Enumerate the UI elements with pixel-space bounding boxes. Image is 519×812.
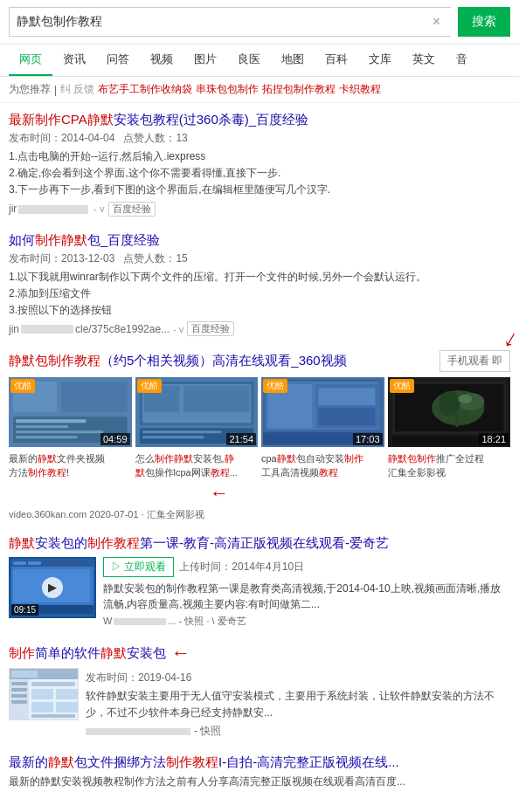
video-thumb-4[interactable]: 优酷 18:21 — [388, 377, 511, 447]
result-item-software: 制作简单的软件静默安装包 ← — [9, 642, 510, 739]
video-title-bar: 静默包制作教程（约5个相关视频）高清在线观看_360视频 手机观看 即 — [9, 350, 510, 372]
svg-rect-22 — [318, 408, 375, 425]
source-url-1: jir — [9, 203, 90, 215]
result-source-2: jincle/375c8e1992ae... - v 百度经验 — [9, 321, 510, 336]
svg-rect-47 — [11, 682, 27, 685]
software-source: - 快照 — [86, 724, 510, 739]
source-badge-1: 百度经验 — [108, 202, 156, 217]
video-thumb-2[interactable]: 优酷 21:54 — [135, 377, 259, 447]
svg-rect-38 — [28, 561, 41, 565]
video-thumb-3[interactable]: 优酷 17:03 — [261, 377, 384, 447]
result-item-last: 最新的静默包文件捆绑方法制作教程I-自拍-高清完整正版视频在线... 最新的静默… — [9, 753, 510, 790]
svg-rect-48 — [11, 688, 27, 692]
tab-image[interactable]: 图片 — [183, 45, 227, 76]
svg-rect-45 — [10, 679, 29, 720]
recommend-link-3[interactable]: 拓捏包制作教程 — [262, 82, 336, 97]
tab-baike[interactable]: 百科 — [315, 45, 358, 76]
svg-rect-14 — [142, 430, 221, 433]
recommend-link-2[interactable]: 串珠包包制作 — [196, 82, 259, 97]
video-duration-2: 21:54 — [226, 433, 256, 445]
svg-rect-21 — [318, 388, 375, 405]
upload-time: 上传时间：2014年4月10日 — [179, 560, 304, 575]
svg-rect-51 — [31, 682, 75, 686]
svg-rect-15 — [142, 436, 204, 438]
result-title-last[interactable]: 最新的静默包文件捆绑方法制作教程I-自拍-高清完整正版视频在线... — [9, 754, 399, 769]
video-thumb-1[interactable]: 优酷 04:59 — [9, 377, 132, 447]
result-desc-2: 1.以下我就用winrar制作以下两个文件的压缩。打开一个文件的时候,另外一个会… — [9, 269, 510, 320]
result-title-software[interactable]: 制作简单的软件静默安装包 — [9, 643, 166, 662]
result-title-iqiyi[interactable]: 静默安装包的制作教程第一课-教育-高清正版视频在线观看-爱奇艺 — [9, 535, 389, 550]
tab-video[interactable]: 视频 — [140, 45, 183, 76]
iqiyi-source: W... - 快照 · \ 爱奇艺 — [103, 615, 510, 628]
feedback-link[interactable]: 纠 反馈 — [60, 82, 94, 97]
iqiyi-info: ▷ 立即观看 上传时间：2014年4月10日 静默安装包的制作教程第一课是教育类… — [103, 557, 510, 628]
play-icon: ▶ — [42, 577, 63, 598]
video-captions: 最新的静默文件夹视频方法制作教程! 怎么制作静默安装包,静默包操作lcpa网课教… — [9, 452, 510, 479]
tab-english[interactable]: 英文 — [402, 45, 446, 76]
red-arrow-icon-2: ← — [210, 482, 229, 505]
software-content: 发布时间：2019-04-16 软件静默安装主要用于无人值守安装模式，主要用于系… — [9, 668, 510, 739]
video-source-badge-1: 优酷 — [10, 379, 35, 393]
svg-rect-5 — [16, 425, 68, 428]
video-main-title[interactable]: 静默包制作教程（约5个相关视频）高清在线观看_360视频 — [9, 353, 347, 369]
red-arrow-row: ← — [9, 482, 510, 505]
result-item-iqiyi: 静默安装包的制作教程第一课-教育-高清正版视频在线观看-爱奇艺 ▶ — [9, 535, 510, 628]
source-url-2: jincle/375c8e1992ae... — [9, 323, 170, 335]
result-meta-2: 发布时间：2013-12-03 点赞人数：15 — [9, 251, 510, 266]
watch-now-button[interactable]: ▷ 立即观看 — [103, 557, 174, 577]
result-item-2: 如何制作静默包_百度经验 发布时间：2013-12-03 点赞人数：15 1.以… — [9, 231, 510, 337]
svg-rect-4 — [16, 419, 86, 423]
video-source-badge-2: 优酷 — [137, 379, 162, 393]
video-source-bar: video.360kan.com 2020-07-01 · 汇集全网影视 — [9, 508, 510, 521]
video-caption-4[interactable]: 静默包制作推广全过程汇集全影影视 — [388, 452, 511, 479]
video-caption-1[interactable]: 最新的静默文件夹视频方法制作教程! — [9, 452, 132, 479]
video-caption-2[interactable]: 怎么制作静默安装包,静默包操作lcpa网课教程... — [135, 452, 259, 479]
tab-yiyi[interactable]: 良医 — [227, 45, 271, 76]
video-duration-3: 17:03 — [353, 433, 383, 445]
header: 静默包制作教程 × 搜索 — [0, 0, 519, 45]
svg-point-29 — [439, 391, 460, 416]
video-source-badge-3: 优酷 — [263, 379, 287, 393]
tab-news[interactable]: 资讯 — [52, 45, 96, 76]
tab-qa[interactable]: 问答 — [96, 45, 140, 76]
iqiyi-thumb[interactable]: ▶ 09:15 — [9, 557, 96, 618]
svg-rect-6 — [16, 430, 103, 433]
video-source-badge-4: 优酷 — [390, 379, 414, 393]
tab-webpage[interactable]: 网页 — [9, 45, 52, 76]
recommend-label: 为您推荐 — [9, 82, 51, 97]
recommend-link-4[interactable]: 卡织教程 — [339, 82, 381, 97]
search-button[interactable]: 搜索 — [458, 7, 510, 37]
result-title-2[interactable]: 如何制作静默包_百度经验 — [9, 232, 160, 247]
clear-icon[interactable]: × — [429, 14, 444, 30]
svg-rect-56 — [31, 714, 75, 718]
search-input[interactable]: 静默包制作教程 — [17, 15, 429, 29]
search-results: 最新制作CPA静默安装包教程(过360杀毒)_百度经验 发布时间：2014-04… — [0, 103, 519, 804]
svg-rect-44 — [11, 671, 38, 678]
result-title-1[interactable]: 最新制作CPA静默安装包教程(过360杀毒)_百度经验 — [9, 112, 308, 127]
result-desc-1: 1.点击电脑的开始--运行,然后输入.iexpress 2.确定,你会看到这个界… — [9, 148, 510, 199]
video-caption-3[interactable]: cpa静默包自动安装制作工具高清视频教程 — [261, 452, 384, 479]
recommend-link-1[interactable]: 布艺手工制作收纳袋 — [98, 82, 192, 97]
video-duration-1: 04:59 — [100, 433, 130, 445]
video-duration-4: 18:21 — [479, 433, 509, 445]
software-thumb[interactable] — [9, 668, 79, 720]
svg-rect-12 — [183, 386, 249, 412]
svg-rect-7 — [16, 436, 77, 438]
svg-rect-54 — [31, 702, 53, 712]
result-meta-1: 发布时间：2014-04-04 点赞人数：13 — [9, 131, 510, 146]
phone-watch-button[interactable]: 手机观看 即 — [439, 350, 510, 372]
tab-audio[interactable]: 音 — [446, 45, 478, 76]
result-source-1: jir - v 百度经验 — [9, 202, 510, 217]
feedback-separator: | — [54, 84, 57, 96]
svg-rect-37 — [13, 561, 26, 565]
iqiyi-content: ▶ 09:15 ▷ 立即观看 上传时间：2014年4月10日 静默安装包的制作教… — [9, 557, 510, 628]
svg-rect-2 — [61, 382, 127, 412]
iqiyi-duration: 09:15 — [11, 604, 38, 616]
svg-rect-49 — [11, 694, 27, 698]
video-section: 静默包制作教程（约5个相关视频）高清在线观看_360视频 手机观看 即 ↓ — [9, 350, 510, 521]
red-arrow-icon-3: ← — [171, 642, 190, 664]
source-v-1: - v — [93, 203, 104, 214]
tab-map[interactable]: 地图 — [271, 45, 315, 76]
tab-wenku[interactable]: 文库 — [358, 45, 402, 76]
svg-point-31 — [458, 395, 472, 403]
